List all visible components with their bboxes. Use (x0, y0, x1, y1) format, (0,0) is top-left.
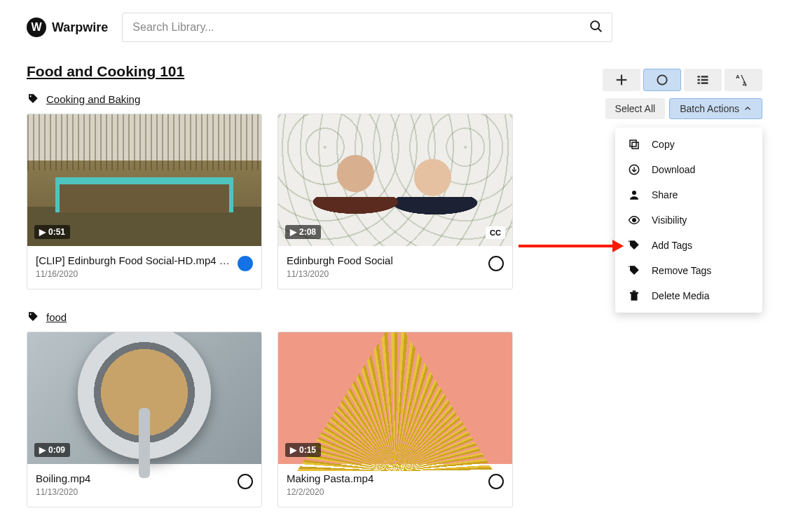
media-title: Edinburgh Food Social (287, 254, 483, 266)
svg-rect-24 (630, 292, 638, 294)
play-icon: ▶ (290, 445, 296, 455)
svg-rect-9 (698, 82, 700, 84)
svg-rect-16 (630, 140, 636, 146)
select-toggle[interactable] (238, 256, 253, 271)
svg-rect-6 (701, 76, 708, 78)
controls: AZ Select All Batch Actions (603, 69, 762, 119)
card-row: ▶0:09 Boiling.mp4 11/13/2020 ▶0:15 Makin… (27, 332, 762, 507)
chevron-up-icon (743, 104, 752, 113)
view-toolbar: AZ (603, 69, 762, 91)
svg-rect-15 (632, 142, 638, 149)
remove-tag-icon: − (628, 264, 640, 277)
page-title[interactable]: Food and Cooking 101 (27, 63, 184, 80)
duration-badge: ▶0:51 (34, 225, 70, 239)
add-tag-icon: + (628, 239, 640, 252)
svg-rect-7 (698, 79, 700, 81)
media-date: 12/2/2020 (287, 487, 483, 497)
svg-point-19 (632, 191, 636, 195)
search-icon[interactable] (589, 19, 604, 37)
media-thumbnail[interactable]: ▶0:51 (27, 114, 261, 246)
tag-icon (27, 93, 39, 105)
media-card[interactable]: ▶0:15 Making Pasta.mp4 12/2/2020 (277, 332, 513, 507)
circle-icon (655, 73, 669, 87)
select-all-button[interactable]: Select All (605, 98, 666, 119)
svg-rect-10 (701, 82, 708, 84)
menu-item-visibility[interactable]: Visibility (615, 207, 762, 233)
menu-item-share[interactable]: Share (615, 182, 762, 207)
tag-link-cooking-and-baking[interactable]: Cooking and Baking (46, 93, 140, 105)
select-toggle[interactable] (488, 256, 504, 271)
menu-item-remove-tags[interactable]: − Remove Tags (615, 258, 762, 283)
media-thumbnail[interactable]: ▶2:08 CC (278, 114, 512, 246)
play-icon: ▶ (39, 227, 46, 237)
sort-az-button[interactable]: AZ (725, 69, 762, 91)
svg-text:−: − (628, 264, 631, 269)
logo[interactable]: W Warpwire (27, 18, 108, 37)
media-title: Boiling.mp4 (36, 472, 232, 484)
list-view-button[interactable] (684, 69, 722, 91)
sort-az-icon: AZ (736, 73, 751, 87)
media-date: 11/13/2020 (36, 487, 232, 497)
logo-mark-icon: W (27, 18, 46, 37)
batch-actions-menu: Copy Download Share Visibility + Add Tag… (615, 128, 762, 313)
menu-item-download[interactable]: Download (615, 157, 762, 182)
select-mode-button[interactable] (643, 69, 681, 91)
cc-badge: CC (486, 226, 505, 239)
eye-icon (628, 214, 640, 226)
media-card[interactable]: ▶2:08 CC Edinburgh Food Social 11/13/202… (277, 114, 513, 289)
svg-point-4 (657, 75, 666, 84)
svg-point-20 (633, 219, 636, 222)
svg-rect-23 (631, 294, 638, 301)
svg-rect-5 (698, 76, 700, 78)
header: W Warpwire (0, 0, 789, 42)
search-input[interactable] (122, 13, 612, 42)
menu-item-copy[interactable]: Copy (615, 132, 762, 157)
select-toggle[interactable] (238, 474, 253, 489)
svg-rect-8 (701, 79, 708, 81)
batch-actions-button[interactable]: Batch Actions (669, 98, 762, 119)
menu-item-delete[interactable]: Delete Media (615, 283, 762, 308)
duration-badge: ▶0:15 (285, 443, 321, 457)
media-title: [CLIP] Edinburgh Food Social-HD.mp4 (72… (36, 254, 232, 266)
list-icon (696, 73, 710, 87)
person-icon (628, 189, 640, 201)
svg-point-0 (591, 21, 600, 29)
media-date: 11/13/2020 (287, 269, 483, 279)
media-thumbnail[interactable]: ▶0:09 (27, 332, 261, 464)
tag-link-food[interactable]: food (46, 311, 67, 323)
tag-icon (27, 311, 39, 323)
svg-text:A: A (736, 74, 740, 80)
logo-text: Warpwire (52, 20, 108, 35)
media-title: Making Pasta.mp4 (287, 472, 483, 484)
plus-icon (614, 72, 629, 88)
media-card[interactable]: ▶0:09 Boiling.mp4 11/13/2020 (27, 332, 262, 507)
action-row: Select All Batch Actions (605, 98, 762, 119)
play-icon: ▶ (39, 445, 46, 455)
media-date: 11/16/2020 (36, 269, 232, 279)
media-card[interactable]: ▶0:51 [CLIP] Edinburgh Food Social-HD.mp… (27, 114, 262, 289)
play-icon: ▶ (290, 227, 296, 237)
copy-icon (628, 138, 640, 151)
search-container (122, 13, 612, 42)
duration-badge: ▶2:08 (285, 225, 321, 239)
svg-line-1 (598, 29, 602, 32)
menu-item-add-tags[interactable]: + Add Tags (615, 233, 762, 258)
download-icon (628, 163, 640, 176)
svg-text:+: + (628, 239, 631, 244)
trash-icon (628, 289, 640, 302)
duration-badge: ▶0:09 (34, 443, 70, 457)
add-button[interactable] (603, 69, 640, 91)
media-thumbnail[interactable]: ▶0:15 (278, 332, 512, 464)
svg-rect-25 (633, 291, 636, 292)
select-toggle[interactable] (488, 474, 504, 489)
